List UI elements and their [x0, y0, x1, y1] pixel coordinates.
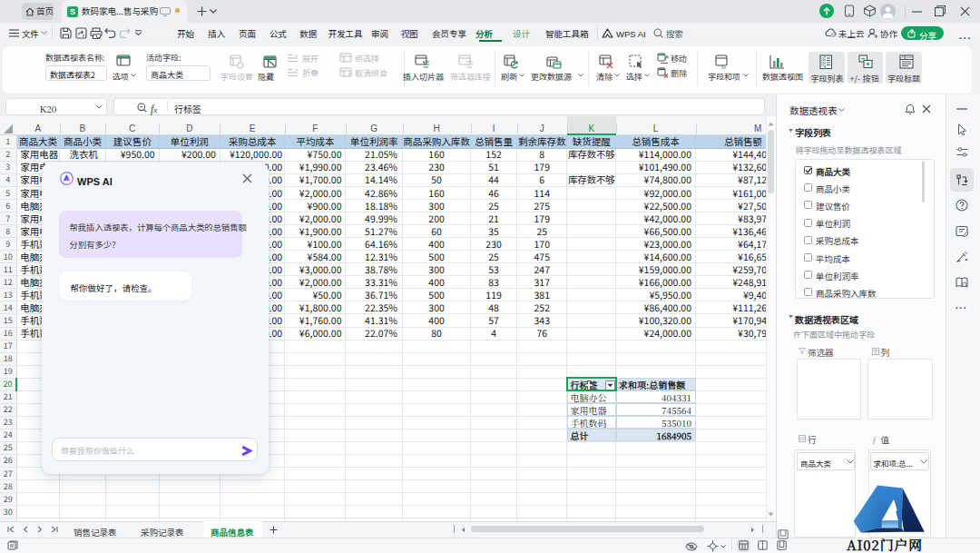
svg-text:fx: fx — [721, 64, 727, 70]
